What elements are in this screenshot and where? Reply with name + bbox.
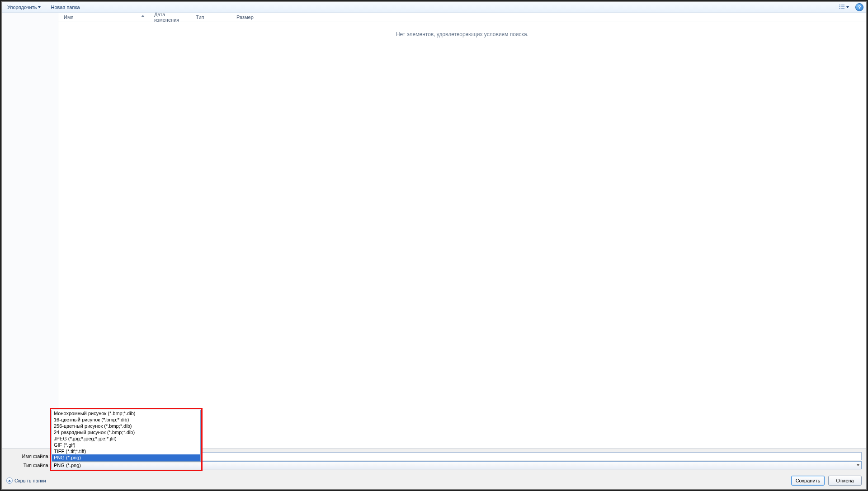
hide-folders-link[interactable]: Скрыть папки — [6, 477, 46, 484]
arrow-up-icon — [6, 477, 13, 484]
col-type-label: Тип — [196, 14, 204, 20]
filetype-row: Тип файла: PNG (*.png) Монохромный рисун… — [6, 461, 862, 469]
save-as-dialog: Упорядочить Новая папка ? — [1, 1, 867, 490]
help-icon[interactable]: ? — [855, 3, 863, 11]
filetype-selected-value: PNG (*.png) — [54, 463, 81, 468]
col-date-label: Дата изменения — [154, 12, 184, 23]
file-list-pane: Имя Дата изменения Тип Размер Нет элемен… — [58, 13, 866, 448]
save-button-label: Сохранить — [796, 478, 821, 483]
cancel-button-label: Отмена — [836, 478, 854, 483]
cancel-button[interactable]: Отмена — [828, 476, 862, 486]
footer: Скрыть папки Сохранить Отмена — [2, 473, 866, 489]
column-header-type[interactable]: Тип — [190, 13, 231, 22]
filetype-option[interactable]: PNG (*.png) — [52, 454, 200, 461]
content-area: Имя Дата изменения Тип Размер Нет элемен… — [2, 13, 866, 448]
chevron-down-icon — [38, 6, 41, 8]
empty-list-message: Нет элементов, удовлетворяющих условиям … — [58, 22, 866, 37]
toolbar: Упорядочить Новая папка ? — [2, 2, 866, 13]
new-folder-button[interactable]: Новая папка — [48, 4, 82, 11]
filetype-option[interactable]: 24-разрядный рисунок (*.bmp;*.dib) — [52, 429, 200, 435]
save-button[interactable]: Сохранить — [791, 476, 825, 486]
column-headers: Имя Дата изменения Тип Размер — [58, 13, 866, 22]
filetype-option[interactable]: JPEG (*.jpg;*.jpeg;*.jpe;*.jfif) — [52, 435, 200, 442]
filetype-select[interactable]: PNG (*.png) — [52, 461, 862, 469]
hide-folders-label: Скрыть папки — [14, 478, 46, 483]
filename-label: Имя файла: — [6, 454, 52, 459]
organize-button[interactable]: Упорядочить — [5, 4, 43, 11]
col-name-label: Имя — [64, 14, 73, 20]
view-list-icon — [838, 4, 845, 11]
chevron-down-icon — [846, 6, 849, 8]
column-header-size[interactable]: Размер — [231, 13, 258, 22]
filetype-option[interactable]: GIF (*.gif) — [52, 442, 200, 448]
filetype-option[interactable]: 256-цветный рисунок (*.bmp;*.dib) — [52, 423, 200, 429]
help-glyph: ? — [858, 5, 861, 10]
filetype-label: Тип файла: — [6, 463, 52, 468]
filetype-option[interactable]: Монохромный рисунок (*.bmp;*.dib) — [52, 410, 200, 416]
bottom-panel: Имя файла: Тип файла: PNG (*.png) Монохр… — [2, 448, 866, 473]
col-size-label: Размер — [236, 14, 254, 20]
filetype-dropdown-list: Монохромный рисунок (*.bmp;*.dib)16-цвет… — [52, 410, 201, 461]
nav-pane[interactable] — [2, 13, 58, 448]
filetype-option[interactable]: 16-цветный рисунок (*.bmp;*.dib) — [52, 416, 200, 423]
new-folder-label: Новая папка — [51, 5, 80, 10]
sort-ascending-icon — [141, 15, 145, 17]
column-header-name[interactable]: Имя — [58, 13, 149, 22]
organize-label: Упорядочить — [7, 5, 37, 10]
filetype-option[interactable]: TIFF (*.tif;*.tiff) — [52, 448, 200, 454]
chevron-down-icon — [857, 464, 859, 466]
column-header-date[interactable]: Дата изменения — [149, 13, 190, 22]
view-mode-dropdown[interactable] — [836, 3, 851, 12]
